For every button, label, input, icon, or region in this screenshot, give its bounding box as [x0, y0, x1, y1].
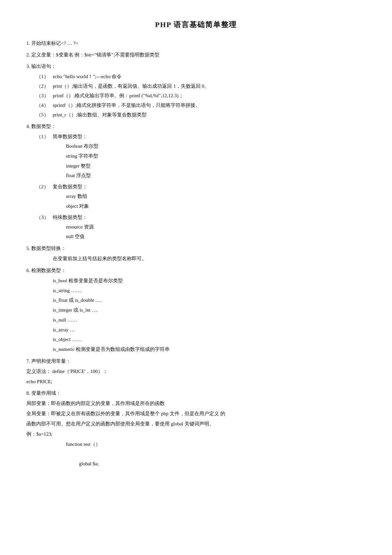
section-8: 8. 变量作用域： 局部变量：即在函数的内部定义的变量，其作用域是所在的函数 全… — [26, 389, 366, 469]
data-type-2: （2） 复合数据类型： array 数组 object 对象 — [26, 182, 366, 211]
output-label-2: （2） — [26, 82, 53, 91]
section-4-title: 4. 数据类型： — [26, 122, 366, 131]
section-1: 1. 开始结束标记<? … ?> — [26, 39, 366, 48]
output-content-2: print（）;输出语句，是函数，有返回值。输出成功返回 1，失败返回 0。 — [53, 82, 366, 91]
output-content-5: print_r（）;输出数组、对象等复合数据类型 — [53, 110, 366, 119]
section-8-example-label: 例：$a=123; — [26, 430, 366, 439]
section-7: 7. 声明和使用常量： 定义语法： define（'PRICE'，100）； e… — [26, 357, 366, 386]
output-label-1: （1） — [26, 72, 53, 81]
s6-item-1: is_string ……. — [26, 286, 366, 295]
dt-sub-1-1: string 字符串型 — [26, 152, 366, 161]
s6-item-2: is_float 或 is_double …. — [26, 296, 366, 305]
section-5: 5. 数据类型转换： 在变量前加上括号括起来的类型名称即可。 — [26, 244, 366, 263]
dt-label-2: （2） — [26, 182, 53, 191]
dt-sub-1-3: float 浮点型 — [26, 171, 366, 180]
section-7-title: 7. 声明和使用常量： — [26, 357, 366, 366]
s6-item-0: is_bool 检查变量是否是布尔类型 — [26, 276, 366, 286]
dt-sub-3-1: null 空值 — [26, 232, 366, 241]
output-item-5: （5） print_r（）;输出数组、对象等复合数据类型 — [26, 110, 366, 119]
output-content-4: sprintf（）;格式化拼接字符串，不是输出语句，只能将字符串拼接。 — [53, 101, 366, 110]
output-content-1: echo "hello world！";---echo 命令 — [53, 72, 366, 81]
dt-label-1: （1） — [26, 132, 53, 141]
section-3-title: 3. 输出语句： — [26, 62, 366, 71]
dt-sub-2-1: object 对象 — [26, 202, 366, 211]
section-7-line1: 定义语法： define（'PRICE'，100）； — [26, 367, 366, 376]
data-type-3: （3） 特殊数据类型： resource 资源 null 空值 — [26, 213, 366, 242]
section-6: 6. 检测数据类型： is_bool 检查变量是否是布尔类型 is_string… — [26, 266, 366, 354]
dt-title-2: 复合数据类型： — [53, 182, 366, 191]
s6-item-7: is_numeric 检测变量是否为数组或由数字组成的字符串 — [26, 345, 366, 354]
section-3: 3. 输出语句： （1） echo "hello world！";---echo… — [26, 62, 366, 119]
output-item-3: （3） printf（）;格式化输出字符串。例：printf ("%d,%f",… — [26, 91, 366, 100]
s6-item-3: is_integer 或 is_int …. — [26, 306, 366, 315]
s6-item-6: is_object …… — [26, 335, 366, 344]
dt-sub-1-0: Boolean 布尔型 — [26, 142, 366, 151]
section-1-text: 1. 开始结束标记<? … ?> — [26, 39, 366, 48]
output-item-1: （1） echo "hello world！";---echo 命令 — [26, 72, 366, 81]
section-2-text: 2. 定义变量：$变量名 例：$str="锦清筝";不需要指明数据类型 — [26, 50, 366, 59]
section-8-title: 8. 变量作用域： — [26, 389, 366, 398]
page-title: PHP 语言基础简单整理 — [26, 20, 366, 30]
section-8-code-empty — [26, 450, 366, 459]
section-6-title: 6. 检测数据类型： — [26, 266, 366, 275]
output-label-3: （3） — [26, 91, 53, 100]
output-label-4: （4） — [26, 101, 53, 110]
dt-title-1: 简单数据类型： — [53, 132, 366, 141]
section-8-p3: 函数内部不可用。想在用户定义的函数内部使用全局变量，要使用 global 关键词… — [26, 419, 366, 428]
s6-item-4: is_null …… — [26, 316, 366, 325]
section-5-title: 5. 数据类型转换： — [26, 244, 366, 253]
section-8-p1: 局部变量：即在函数的内部定义的变量，其作用域是所在的函数 — [26, 399, 366, 408]
dt-title-3: 特殊数据类型： — [53, 213, 366, 222]
data-type-1: （1） 简单数据类型： Boolean 布尔型 string 字符串型 inte… — [26, 132, 366, 180]
section-4: 4. 数据类型： （1） 简单数据类型： Boolean 布尔型 string … — [26, 122, 366, 241]
dt-sub-2-0: array 数组 — [26, 192, 366, 201]
output-item-2: （2） print（）;输出语句，是函数，有返回值。输出成功返回 1，失败返回 … — [26, 82, 366, 91]
section-5-content: 在变量前加上括号括起来的类型名称即可。 — [26, 254, 366, 263]
dt-sub-3-0: resource 资源 — [26, 223, 366, 232]
section-2: 2. 定义变量：$变量名 例：$str="锦清筝";不需要指明数据类型 — [26, 50, 366, 59]
section-8-p2: 全局变量：即被定义在所有函数以外的变量，其作用域是整个 php 文件，但是在用户… — [26, 409, 366, 418]
output-item-4: （4） sprintf（）;格式化拼接字符串，不是输出语句，只能将字符串拼接。 — [26, 101, 366, 110]
section-8-code3: global $a; — [26, 459, 366, 469]
dt-sub-1-2: integer 整型 — [26, 162, 366, 171]
dt-label-3: （3） — [26, 213, 53, 222]
section-7-line2: echo PRICE; — [26, 377, 366, 386]
section-8-code1: function test（） — [26, 440, 366, 449]
output-label-5: （5） — [26, 110, 53, 119]
s6-item-5: is_array … — [26, 325, 366, 335]
output-content-3: printf（）;格式化输出字符串。例：printf ("%d,%f",12,1… — [53, 91, 366, 100]
